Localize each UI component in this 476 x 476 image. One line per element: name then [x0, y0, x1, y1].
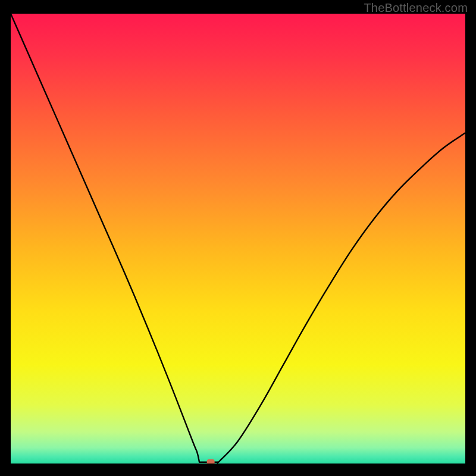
watermark-text: TheBottleneck.com — [364, 1, 468, 15]
chart-frame — [11, 14, 465, 464]
bottleneck-chart — [11, 14, 465, 464]
optimal-marker — [207, 459, 215, 464]
gradient-background — [11, 14, 465, 464]
